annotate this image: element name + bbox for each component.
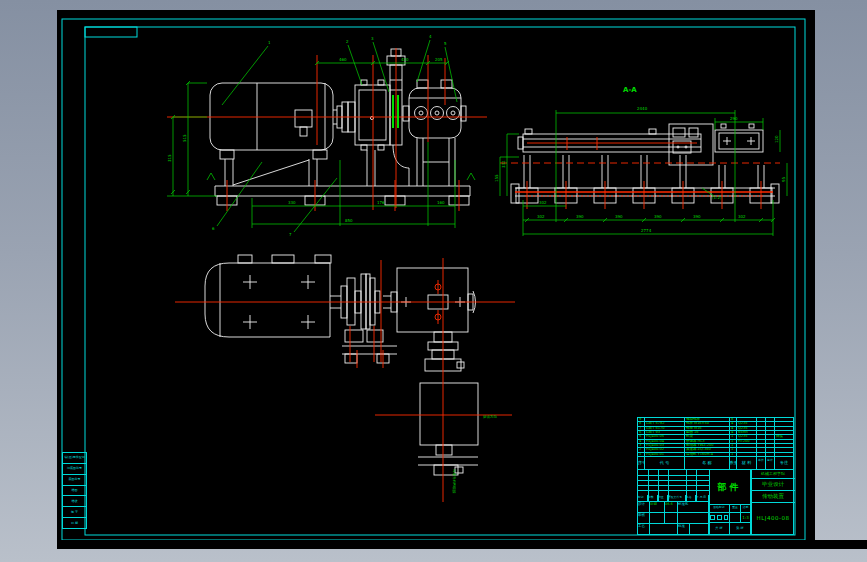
bom-row: 1 HLJ400-01 电动机 Y160M-4 1 — [638, 452, 793, 456]
label-scale: 比例 — [741, 505, 751, 513]
drawing-number: HLJ400-08 — [751, 503, 795, 535]
margin-table: 借(通)用件登记旧底图总号底图总号描图描校签 字日 期 — [62, 452, 87, 529]
margin-row-label: 旧底图总号 — [67, 467, 82, 470]
org-line-2: 毕业设计 — [751, 479, 795, 491]
balloon-2: 2 — [346, 39, 349, 44]
bom-header: 序号 代 号 名 称 数量 材 料 单件 总计 备注 — [637, 457, 794, 470]
bom-header-qty: 数量 — [730, 457, 737, 469]
margin-row-label: 底图总号 — [69, 478, 81, 481]
rotation-note: 旋转方向 — [483, 415, 498, 419]
section-label: A-A — [623, 86, 637, 94]
label-check: 审核 — [638, 513, 650, 524]
vertical-note: 与提升机构联接 — [452, 468, 457, 494]
dim-front-top-2: 420 — [401, 57, 409, 62]
empty-cell — [678, 513, 709, 524]
scale-value: 1:3 — [741, 513, 751, 523]
margin-table-row: 日 期 — [63, 517, 86, 528]
label-sheet-count: 共 张 — [709, 523, 730, 535]
dim-front-left-2: 315 — [167, 154, 172, 162]
margin-row-label: 描校 — [72, 500, 78, 503]
label-date: 年.月.日 — [696, 495, 709, 502]
org-line-1: 机械工程学院 — [751, 470, 795, 479]
dim-front-top-3: 205 — [435, 57, 443, 62]
dim-aa-right-2: 95 — [781, 176, 786, 182]
label-stage: 阶段标记 — [709, 505, 730, 513]
cad-viewer-window: { "window": { "bg_top": "#8590a2", "bg_b… — [0, 0, 867, 562]
bom-code: HLJ400-01 — [645, 453, 685, 456]
title-block: 9 地脚螺栓 8 8 GB/T 5782 螺栓 M16×50 4 Q235 7 … — [637, 417, 794, 535]
bom-header-weight-total: 总计 — [766, 457, 775, 469]
dim-aa-b2: 390 — [576, 214, 584, 219]
label-process: 工艺 — [638, 524, 650, 535]
label-page-number: 第 张 — [730, 523, 751, 535]
label-doc: 更改文件号 — [668, 495, 686, 502]
margin-table-row: 借(通)用件登记 — [63, 453, 86, 463]
part-name: 部件 — [709, 470, 751, 505]
balloon-5: 5 — [444, 41, 447, 46]
bom-header-material: 材 料 — [737, 457, 757, 469]
dim-front-bottom-2: 176 — [377, 200, 385, 205]
label-standardization: 标准化 — [678, 502, 709, 513]
detail-note: (1:2) — [712, 195, 722, 200]
margin-row-label: 描图 — [72, 489, 78, 492]
bom-header-code: 代 号 — [645, 457, 685, 469]
balloon-7: 7 — [289, 232, 292, 237]
empty-cell — [690, 524, 709, 535]
bom-name: 电动机 Y160M-4 — [685, 453, 730, 456]
label-design: 设计 — [638, 502, 650, 513]
bom-weight-total — [766, 453, 775, 456]
bom-no: 1 — [638, 453, 645, 456]
dim-aa-right-1: 120 — [774, 135, 779, 143]
bom-qty: 1 — [730, 453, 737, 456]
dim-aa-b1: 302 — [537, 214, 545, 219]
label-weight: 重量 — [730, 505, 741, 513]
label-sign: 签名 — [686, 495, 696, 502]
dim-front-bottom-1: 330 — [288, 200, 296, 205]
margin-table-row: 描校 — [63, 495, 86, 506]
margin-row-label: 日 期 — [71, 522, 78, 525]
dim-aa-left-2: 155 — [494, 174, 499, 182]
dimensions-green — [167, 40, 787, 236]
bom-header-no: 序号 — [638, 457, 645, 469]
margin-table-row: 描图 — [63, 485, 86, 496]
bom-weight-unit — [757, 453, 766, 456]
margin-table-row: 底图总号 — [63, 474, 86, 485]
bom-remark — [775, 453, 793, 456]
dim-aa-left-1: 332 — [501, 160, 506, 168]
label-count: 处数 — [648, 495, 658, 502]
balloon-3: 3 — [371, 36, 374, 41]
dim-aa-top: 2440 — [637, 106, 648, 111]
balloon-4: 4 — [429, 34, 432, 39]
bom-table: 9 地脚螺栓 8 8 GB/T 5782 螺栓 M16×50 4 Q235 7 … — [637, 417, 794, 457]
empty-cell — [665, 513, 678, 524]
dim-aa-box: 290 — [730, 116, 738, 121]
bom-header-name: 名 称 — [685, 457, 730, 469]
dim-front-total: 850 — [345, 218, 353, 223]
dim-front-top-1: 460 — [339, 57, 347, 62]
dim-aa-b4: 390 — [654, 214, 662, 219]
empty-cell — [650, 513, 665, 524]
margin-row-label: 签 字 — [71, 511, 78, 514]
dim-aa-b6: 302 — [738, 214, 746, 219]
margin-row-label: 借(通)用件登记 — [64, 456, 84, 459]
bom-header-remark: 备注 — [775, 457, 793, 469]
balloon-1: 1 — [268, 40, 271, 45]
margin-table-row: 旧底图总号 — [63, 463, 86, 474]
dim-aa-total: 2774 — [641, 228, 652, 233]
empty-cell — [650, 524, 678, 535]
dim-front-left-1: 515 — [182, 134, 187, 142]
design-signature: 张明 — [650, 502, 665, 513]
dim-aa-b5: 390 — [693, 214, 701, 219]
dim-aa-sub: 302 — [539, 200, 547, 205]
org-line-3: 传动装置 — [751, 491, 795, 503]
canvas-bottom-strip — [57, 540, 867, 549]
balloon-6: 6 — [212, 226, 215, 231]
weight-value — [730, 513, 741, 523]
title-block-main: 标记 处数 分区 更改文件号 签名 年.月.日 设计 张明 06.6 标准化 审… — [637, 470, 794, 535]
cad-drawing-canvas[interactable]: A-A 1 2 3 4 5 6 7 460 420 205 515 315 33… — [57, 10, 815, 540]
bom-material — [737, 453, 757, 456]
bom-header-weight-unit: 单件 — [757, 457, 766, 469]
label-zone: 分区 — [658, 495, 668, 502]
dim-front-bottom-3: 160 — [437, 200, 445, 205]
stage-boxes — [709, 513, 730, 523]
